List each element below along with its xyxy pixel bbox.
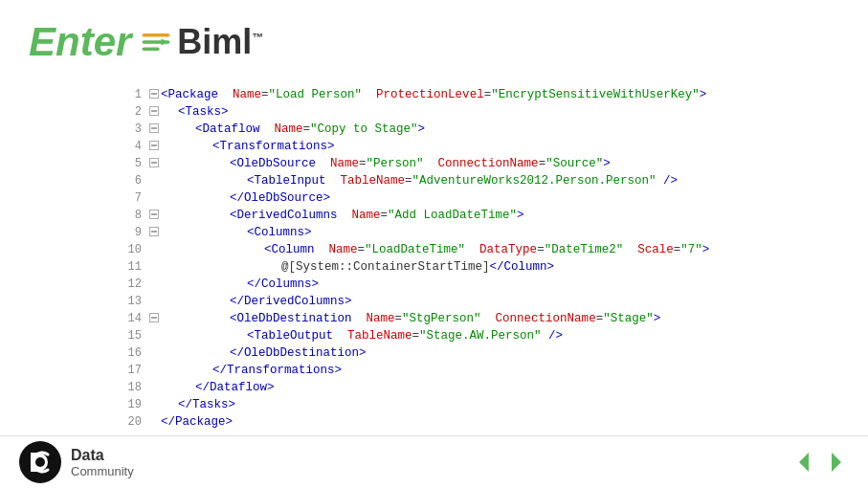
code-line: 19</Tasks>: [115, 396, 830, 413]
line-number: 18: [115, 379, 142, 396]
line-number: 8: [115, 207, 142, 224]
code-content: </Columns>: [247, 276, 319, 293]
code-content: </OleDbSource>: [230, 189, 330, 207]
line-number: 15: [115, 327, 142, 344]
code-content: <Tasks>: [178, 103, 229, 121]
code-content: <TableInput TableName="AdventureWorks201…: [247, 172, 678, 189]
code-content: <TableOutput TableName="Stage.AW.Person"…: [247, 327, 563, 344]
code-content: @[System::ContainerStartTime]</Column>: [281, 258, 554, 276]
code-content: <Column Name="LoadDateTime" DataType="Da…: [264, 241, 709, 258]
dc-data-label: Data: [71, 447, 134, 464]
code-line: 18</Dataflow>: [115, 379, 830, 396]
code-content: <OleDbSource Name="Person" ConnectionNam…: [230, 155, 611, 172]
svg-marker-3: [162, 38, 168, 45]
code-line: 8<DerivedColumns Name="Add LoadDateTime"…: [115, 207, 830, 224]
collapse-icon[interactable]: [149, 224, 159, 241]
code-line: 11@[System::ContainerStartTime]</Column>: [115, 258, 830, 276]
svg-point-21: [35, 457, 45, 467]
svg-marker-23: [832, 453, 841, 472]
code-line: 20</Package>: [115, 413, 830, 431]
line-number: 19: [115, 396, 142, 413]
bottom-bar: Data Community: [0, 435, 868, 488]
dc-logo: Data Community: [19, 441, 134, 483]
next-arrow-button[interactable]: [822, 449, 849, 476]
code-content: </Transformations>: [212, 362, 342, 379]
prev-arrow-icon: [791, 449, 818, 476]
line-number: 17: [115, 362, 142, 379]
prev-arrow-button[interactable]: [791, 449, 818, 476]
collapse-icon[interactable]: [149, 121, 159, 138]
code-content: </Tasks>: [178, 396, 235, 413]
code-line: 7</OleDbSource>: [115, 189, 830, 207]
code-line: 4<Transformations>: [115, 138, 830, 155]
dc-text-block: Data Community: [71, 447, 134, 478]
code-line: 10<Column Name="LoadDateTime" DataType="…: [115, 241, 830, 258]
code-line: 14<OleDbDestination Name="StgPerson" Con…: [115, 310, 830, 327]
line-number: 13: [115, 293, 142, 310]
line-number: 3: [115, 121, 142, 138]
line-number: 1: [115, 86, 142, 103]
collapse-icon[interactable]: [149, 155, 159, 172]
dc-icon: [19, 441, 61, 483]
line-number: 12: [115, 276, 142, 293]
line-number: 2: [115, 103, 142, 121]
code-content: </Package>: [161, 413, 233, 431]
code-block: 1<Package Name="Load Person" ProtectionL…: [115, 86, 830, 431]
biml-icon: [139, 25, 173, 59]
code-content: </OleDbDestination>: [230, 344, 367, 362]
code-line: 17</Transformations>: [115, 362, 830, 379]
next-arrow-icon: [822, 449, 849, 476]
code-content: <Package Name="Load Person" ProtectionLe…: [161, 86, 706, 103]
code-line: 12</Columns>: [115, 276, 830, 293]
code-content: <OleDbDestination Name="StgPerson" Conne…: [230, 310, 660, 327]
code-line: 15<TableOutput TableName="Stage.AW.Perso…: [115, 327, 830, 344]
line-number: 7: [115, 189, 142, 207]
collapse-icon[interactable]: [149, 86, 159, 103]
biml-text: Biml™: [177, 22, 263, 62]
collapse-icon[interactable]: [149, 207, 159, 224]
line-number: 16: [115, 344, 142, 362]
code-content: <Columns>: [247, 224, 312, 241]
code-line: 16</OleDbDestination>: [115, 344, 830, 362]
enter-label: Enter: [29, 19, 131, 65]
line-number: 4: [115, 138, 142, 155]
collapse-icon[interactable]: [149, 310, 159, 327]
code-line: 1<Package Name="Load Person" ProtectionL…: [115, 86, 830, 103]
collapse-icon[interactable]: [149, 138, 159, 155]
line-number: 20: [115, 413, 142, 431]
header: Enter Biml™: [29, 19, 263, 65]
line-number: 6: [115, 172, 142, 189]
line-number: 10: [115, 241, 142, 258]
nav-arrows: [791, 449, 849, 476]
collapse-icon[interactable]: [149, 103, 159, 121]
code-line: 2<Tasks>: [115, 103, 830, 121]
code-line: 9<Columns>: [115, 224, 830, 241]
code-content: <DerivedColumns Name="Add LoadDateTime">: [230, 207, 524, 224]
code-content: </DerivedColumns>: [230, 293, 352, 310]
svg-marker-22: [799, 453, 809, 472]
code-line: 13</DerivedColumns>: [115, 293, 830, 310]
dc-community-label: Community: [71, 464, 134, 478]
code-line: 3<Dataflow Name="Copy to Stage">: [115, 121, 830, 138]
line-number: 5: [115, 155, 142, 172]
line-number: 11: [115, 258, 142, 276]
line-number: 14: [115, 310, 142, 327]
line-number: 9: [115, 224, 142, 241]
code-content: <Dataflow Name="Copy to Stage">: [195, 121, 425, 138]
code-line: 6<TableInput TableName="AdventureWorks20…: [115, 172, 830, 189]
code-content: </Dataflow>: [195, 379, 275, 396]
code-line: 5<OleDbSource Name="Person" ConnectionNa…: [115, 155, 830, 172]
code-content: <Transformations>: [212, 138, 335, 155]
biml-logo: Biml™: [139, 22, 263, 62]
